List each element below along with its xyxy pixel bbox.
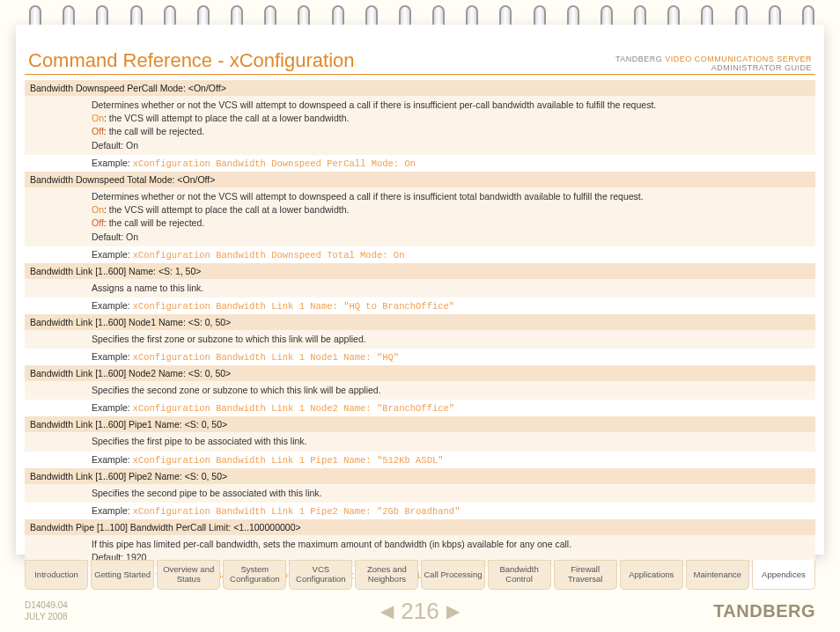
command-row: Bandwidth Pipe [1..100] Bandwidth PerCal…	[25, 519, 815, 535]
tab-getting-started[interactable]: Getting Started	[91, 560, 154, 590]
header-subtitle: ADMINISTRATOR GUIDE	[711, 63, 812, 72]
description-row: Specifies the second pipe to be associat…	[25, 484, 815, 503]
tab-firewall-traversal[interactable]: Firewall Traversal	[554, 560, 617, 590]
tab-applications[interactable]: Applications	[620, 560, 683, 590]
command-row: Bandwidth Link [1..600] Node2 Name: <S: …	[25, 365, 815, 381]
tab-maintenance[interactable]: Maintenance	[686, 560, 749, 590]
command-row: Bandwidth Link [1..600] Node1 Name: <S: …	[25, 314, 815, 330]
example-row: Example: xConfiguration Bandwidth Link 1…	[25, 452, 815, 468]
doc-number: D14049.04	[25, 600, 68, 610]
description-row: Specifies the first pipe to be associate…	[25, 432, 815, 451]
example-row: Example: xConfiguration Bandwidth Link 1…	[25, 400, 815, 416]
tab-bandwidth-control[interactable]: Bandwidth Control	[488, 560, 551, 590]
pager: ◀ 216 ▶	[380, 598, 459, 625]
example-row: Example: xConfiguration Bandwidth Downsp…	[25, 246, 815, 263]
description-row: Determines whether or not the VCS will a…	[25, 187, 815, 246]
example-row: Example: xConfiguration Bandwidth Link 1…	[25, 349, 815, 365]
doc-date: JULY 2008	[25, 612, 68, 621]
page-card: Command Reference - xConfiguration TANDB…	[16, 25, 824, 555]
command-table: Bandwidth Downspeed PerCall Mode: <On/Of…	[25, 80, 815, 584]
example-row: Example: xConfiguration Bandwidth Link 1…	[25, 503, 815, 519]
page-number: 216	[401, 598, 438, 625]
command-row: Bandwidth Downspeed PerCall Mode: <On/Of…	[25, 80, 815, 96]
description-row: Specifies the second zone or subzone to …	[25, 381, 815, 400]
tab-appendices[interactable]: Appendices	[752, 560, 815, 590]
description-row: Determines whether or not the VCS will a…	[25, 96, 815, 155]
description-row: Assigns a name to this link.	[25, 279, 815, 298]
header-brand: TANDBERG VIDEO COMMUNICATIONS SERVER ADM…	[615, 55, 812, 72]
command-row: Bandwidth Link [1..600] Pipe1 Name: <S: …	[25, 416, 815, 432]
description-row: Specifies the first zone or subzone to w…	[25, 330, 815, 349]
example-row: Example: xConfiguration Bandwidth Link 1…	[25, 298, 815, 314]
brand-pre: TANDBERG	[615, 55, 665, 63]
header: Command Reference - xConfiguration TANDB…	[25, 49, 815, 75]
tab-introduction[interactable]: Introduction	[25, 560, 88, 590]
tab-overview-and-status[interactable]: Overview and Status	[157, 560, 220, 590]
tab-vcs-configuration[interactable]: VCS Configuration	[289, 560, 352, 590]
brand-logo: TANDBERG	[713, 601, 815, 621]
brand-sub: VIDEO COMMUNICATIONS SERVER	[665, 55, 812, 63]
doc-id: D14049.04 JULY 2008	[25, 599, 68, 622]
tab-call-processing[interactable]: Call Processing	[421, 560, 484, 590]
page-title: Command Reference - xConfiguration	[28, 49, 355, 72]
command-row: Bandwidth Link [1..600] Name: <S: 1, 50>	[25, 263, 815, 279]
prev-page-icon[interactable]: ◀	[380, 600, 394, 621]
tab-system-configuration[interactable]: System Configuration	[223, 560, 286, 590]
next-page-icon[interactable]: ▶	[446, 600, 460, 621]
bottom-tabs: IntroductionGetting StartedOverview and …	[25, 560, 815, 590]
tab-zones-and-neighbors[interactable]: Zones and Neighbors	[355, 560, 418, 590]
command-row: Bandwidth Link [1..600] Pipe2 Name: <S: …	[25, 468, 815, 484]
command-row: Bandwidth Downspeed Total Mode: <On/Off>	[25, 172, 815, 187]
footer: D14049.04 JULY 2008 ◀ 216 ▶ TANDBERG	[25, 595, 815, 627]
example-row: Example: xConfiguration Bandwidth Downsp…	[25, 155, 815, 172]
spiral-binding	[26, 5, 814, 32]
